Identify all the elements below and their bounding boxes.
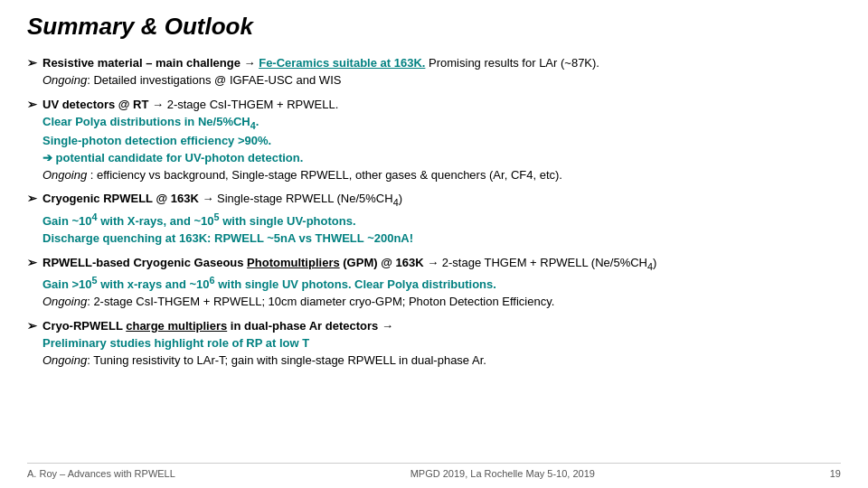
b1-ongoing-text: : Detailed investigations @ IGFAE-USC an… [87, 73, 341, 87]
b5-ongoing-text: : Tuning resistivity to LAr-T; gain with… [87, 353, 486, 367]
b3-teal2: Discharge quenching at 163K: RPWELL ~5nA… [42, 231, 413, 245]
b4-teal1: Gain >105 with x-rays and ~106 with sing… [42, 277, 496, 291]
bullet-item-3: ➢ Cryogenic RPWELL @ 163K → Single-stage… [27, 191, 841, 247]
b1-line2: Ongoing: Detailed investigations @ IGFAE… [42, 73, 341, 87]
b3-text1: Single-stage RPWELL (Ne/5%CH4) [217, 192, 402, 205]
b1-bold1: Resistive material – main challenge [42, 56, 244, 70]
b2-ongoing: Ongoing [42, 168, 87, 182]
b3-line1: Cryogenic RPWELL @ 163K → Single-stage R… [42, 192, 402, 205]
b2-arrow: → [152, 98, 167, 111]
bullet-content-5: Cryo-RPWELL charge multipliers in dual-p… [42, 318, 841, 370]
footer-left: A. Roy – Advances with RPWELL [27, 468, 175, 479]
bullet-content-1: Resistive material – main challenge → Fe… [42, 55, 841, 89]
b3-bold1: Cryogenic RPWELL @ 163K [42, 192, 202, 205]
bullet-item-4: ➢ RPWELL-based Cryogenic Gaseous Photomu… [27, 255, 841, 311]
slide-footer: A. Roy – Advances with RPWELL MPGD 2019,… [27, 463, 841, 479]
b5-teal1: Preliminary studies highlight role of RP… [42, 336, 309, 350]
slide-container: Summary & Outlook ➢ Resistive material –… [0, 0, 868, 488]
bullet-content-3: Cryogenic RPWELL @ 163K → Single-stage R… [42, 191, 841, 247]
bullet-arrow-1: ➢ [27, 56, 37, 70]
b2-ongoing-text: : efficiency vs background, Single-stage… [87, 168, 562, 182]
bullet-arrow-4: ➢ [27, 256, 37, 269]
b2-teal1: Clear Polya distributions in Ne/5%CH4. [42, 115, 259, 128]
b4-arrow: → [427, 256, 442, 269]
b3-arrow: → [202, 192, 217, 205]
b2-teal3: ➔ potential candidate for UV-photon dete… [42, 151, 303, 164]
b3-teal1: Gain ~104 with X-rays, and ~105 with sin… [42, 214, 356, 228]
b4-line1: RPWELL-based Cryogenic Gaseous Photomult… [42, 256, 656, 269]
bullet-arrow-5: ➢ [27, 319, 37, 333]
footer-center: MPGD 2019, La Rochelle May 5-10, 2019 [410, 468, 595, 479]
bullet-item-1: ➢ Resistive material – main challenge → … [27, 55, 841, 89]
b2-teal2: Single-photon detection efficiency >90%. [42, 134, 271, 147]
b1-line1: Resistive material – main challenge → Fe… [42, 56, 599, 70]
bullet-arrow-3: ➢ [27, 192, 37, 205]
bullet-content-4: RPWELL-based Cryogenic Gaseous Photomult… [42, 255, 841, 311]
b5-line3: Ongoing: Tuning resistivity to LAr-T; ga… [42, 353, 486, 367]
footer-right: 19 [830, 468, 841, 479]
bullet-arrow-2: ➢ [27, 98, 37, 111]
b5-ongoing: Ongoing [42, 353, 87, 367]
bullet-content-2: UV detectors @ RT → 2-stage CsI-THGEM + … [42, 97, 841, 184]
b2-line1: UV detectors @ RT → 2-stage CsI-THGEM + … [42, 98, 338, 111]
b1-highlight1: Fe-Ceramics suitable at 163K. [259, 56, 425, 70]
b4-bold1: RPWELL-based Cryogenic Gaseous Photomult… [42, 256, 427, 269]
slide-title: Summary & Outlook [27, 13, 841, 41]
bullet-item-5: ➢ Cryo-RPWELL charge multipliers in dual… [27, 318, 841, 370]
b5-bold1: Cryo-RPWELL charge multipliers in dual-p… [42, 319, 393, 333]
b4-ongoing-text: : 2-stage CsI-THGEM + RPWELL; 10cm diame… [87, 295, 554, 308]
b4-underline1: Photomultipliers [247, 256, 340, 269]
b2-line5: Ongoing : efficiency vs background, Sing… [42, 168, 562, 182]
b4-ongoing: Ongoing [42, 295, 87, 308]
b1-arrow1: → [244, 56, 259, 70]
b4-text1: 2-stage THGEM + RPWELL (Ne/5%CH4) [442, 256, 657, 269]
b1-ongoing: Ongoing [42, 73, 87, 87]
bullet-item-2: ➢ UV detectors @ RT → 2-stage CsI-THGEM … [27, 97, 841, 184]
content-area: ➢ Resistive material – main challenge → … [27, 55, 841, 463]
b2-text1: 2-stage CsI-THGEM + RPWELL. [167, 98, 339, 111]
b4-line3: Ongoing: 2-stage CsI-THGEM + RPWELL; 10c… [42, 295, 554, 308]
b5-line1: Cryo-RPWELL charge multipliers in dual-p… [42, 319, 393, 333]
b5-underline1: charge multipliers [126, 319, 227, 333]
b1-text1: Promising results for LAr (~87K). [425, 56, 599, 70]
b2-bold1: UV detectors @ RT [42, 98, 152, 111]
